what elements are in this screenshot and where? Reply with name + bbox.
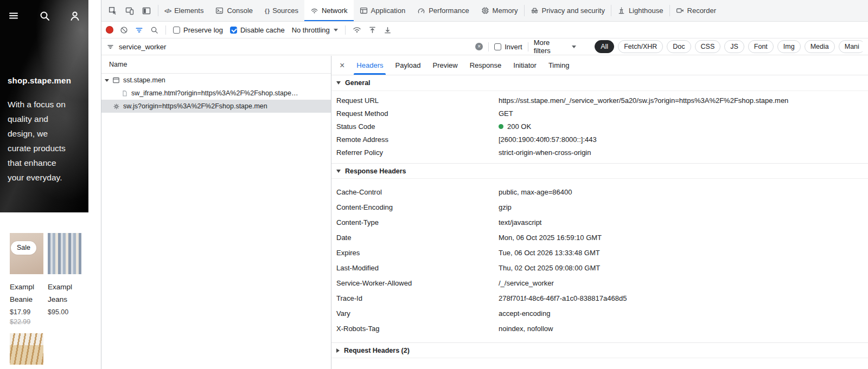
chip-fetch-xhr[interactable]: Fetch/XHR — [618, 40, 663, 53]
tab-elements[interactable]: </> Elements — [158, 0, 209, 21]
devtools-tab-bar: </> Elements Console { } Sources Network — [101, 0, 868, 22]
product-image[interactable] — [10, 333, 43, 365]
expand-arrow-icon[interactable] — [105, 79, 109, 82]
collapse-arrow-icon — [336, 170, 341, 173]
response-headers-section: Cache-Control public, max-age=86400 Cont… — [331, 179, 868, 342]
site-header — [8, 10, 81, 22]
preserve-log-checkbox[interactable]: Preserve log — [173, 26, 223, 34]
site-hero: shop.stape.men With a focus on quality a… — [0, 0, 88, 212]
search-icon[interactable] — [39, 10, 50, 22]
header-row: Status Code 200 OK — [331, 120, 868, 133]
header-value: gzip — [499, 203, 512, 211]
checkbox-label: Invert — [505, 43, 522, 51]
chip-css[interactable]: CSS — [695, 40, 721, 53]
tab-lighthouse[interactable]: Lighthouse — [611, 0, 669, 21]
header-name: Trace-Id — [336, 294, 499, 302]
disable-cache-checkbox[interactable]: Disable cache — [230, 26, 285, 34]
menu-icon[interactable] — [8, 10, 20, 22]
header-name: X-Robots-Tag — [336, 325, 499, 333]
checkbox-box[interactable] — [230, 27, 237, 34]
header-row: Remote Address [2600:1900:40f0:57:8000::… — [331, 133, 868, 146]
tab-privacy-and-security[interactable]: Privacy and security — [525, 0, 611, 21]
chip-img[interactable]: Img — [777, 40, 801, 53]
response-headers-section-header[interactable]: Response Headers — [331, 163, 868, 179]
device-toolbar-icon[interactable] — [125, 7, 134, 15]
header-name: Request URL — [336, 96, 499, 105]
header-name: Vary — [336, 309, 499, 318]
filter-input-wrap[interactable]: × — [107, 43, 483, 51]
tab-application[interactable]: Application — [354, 0, 412, 21]
dock-side-icon[interactable] — [142, 7, 151, 15]
export-har-icon[interactable] — [384, 26, 392, 34]
product-image[interactable] — [48, 233, 81, 274]
headers-body: General Request URL https://sst.stape.me… — [331, 75, 868, 369]
header-value: Tue, 06 Oct 2026 13:33:48 GMT — [499, 249, 600, 257]
header-name: Expires — [336, 249, 499, 257]
inspect-element-icon[interactable] — [108, 7, 117, 15]
chip-doc[interactable]: Doc — [667, 40, 691, 53]
checkbox-label: Disable cache — [240, 26, 285, 34]
console-icon — [215, 7, 224, 15]
tab-preview[interactable]: Preview — [426, 56, 463, 75]
network-main: Name sst.stape.men sw_iframe.html?origin… — [101, 56, 868, 369]
request-headers-section-header[interactable]: Request Headers (2) — [331, 342, 868, 358]
tab-initiator[interactable]: Initiator — [507, 56, 542, 75]
product-card[interactable]: Exampl Jeans $95.00 — [48, 233, 81, 326]
product-title[interactable]: Exampl Jeans — [48, 281, 81, 306]
request-row-frame[interactable]: sst.stape.men — [101, 74, 331, 87]
request-row-sw-js[interactable]: sw.js?origin=https%3A%2F%2Fshop.stape.me… — [101, 100, 331, 113]
sale-badge: Sale — [11, 241, 36, 255]
tab-console[interactable]: Console — [209, 0, 259, 21]
name-column-header[interactable]: Name — [101, 56, 331, 74]
product-image[interactable]: Sale — [10, 233, 43, 274]
header-value: text/javascript — [499, 218, 541, 226]
chip-all[interactable]: All — [595, 40, 614, 53]
invert-filter-checkbox[interactable]: Invert — [494, 43, 522, 51]
checkbox-label: Preserve log — [183, 26, 223, 34]
chevron-down-icon — [572, 46, 576, 48]
checkbox-box[interactable] — [173, 27, 180, 34]
product-card[interactable]: Sale Exampl Beanie $17.99 $22.99 — [10, 233, 43, 326]
chip-manifest[interactable]: Mani — [839, 40, 863, 53]
search-network-icon[interactable] — [150, 26, 158, 34]
request-row-iframe[interactable]: sw_iframe.html?origin=https%3A%2F%2Fshop… — [101, 87, 331, 100]
account-icon[interactable] — [69, 10, 81, 22]
tab-memory[interactable]: Memory — [475, 0, 524, 21]
general-section-header[interactable]: General — [331, 75, 868, 91]
checkbox-box[interactable] — [494, 43, 501, 50]
tab-timing[interactable]: Timing — [542, 56, 576, 75]
network-filter-input[interactable] — [119, 43, 470, 51]
tab-response[interactable]: Response — [464, 56, 508, 75]
clear-filter-icon[interactable]: × — [475, 43, 483, 50]
tab-performance[interactable]: Performance — [411, 0, 475, 21]
tab-network[interactable]: Network — [304, 0, 354, 21]
site-brand[interactable]: shop.stape.men — [8, 76, 81, 85]
product-compare-price: $22.99 — [10, 318, 43, 326]
network-conditions-icon[interactable] — [353, 25, 361, 34]
clear-network-log-icon[interactable] — [120, 26, 128, 34]
header-name: Last-Modified — [336, 264, 499, 272]
tab-headers[interactable]: Headers — [350, 56, 389, 75]
header-name: Content-Encoding — [336, 203, 499, 211]
chip-media[interactable]: Media — [805, 40, 835, 53]
chip-js[interactable]: JS — [724, 40, 744, 53]
record-button[interactable] — [106, 27, 113, 33]
filter-toggle-icon[interactable] — [135, 26, 143, 34]
product-title[interactable]: Exampl Beanie — [10, 281, 43, 306]
header-value: public, max-age=86400 — [499, 188, 572, 196]
header-row: X-Robots-Tag noindex, nofollow — [331, 321, 868, 336]
tab-payload[interactable]: Payload — [389, 56, 426, 75]
privacy-icon — [531, 7, 539, 15]
tab-recorder[interactable]: Recorder — [670, 0, 722, 21]
sources-icon: { } — [265, 8, 269, 14]
tab-sources[interactable]: { } Sources — [259, 0, 304, 21]
import-har-icon[interactable] — [368, 26, 376, 34]
more-filters-dropdown[interactable]: More filters — [534, 38, 577, 55]
close-icon[interactable]: × — [334, 61, 350, 70]
status-green-dot-icon — [499, 124, 503, 129]
chip-font[interactable]: Font — [748, 40, 774, 53]
header-row: Trace-Id 278f701f-48c6-46f7-a1c0-838817a… — [331, 290, 868, 306]
header-value: strict-origin-when-cross-origin — [499, 148, 591, 157]
throttling-select[interactable]: No throttling — [292, 26, 338, 34]
header-value: /_/service_worker — [499, 279, 554, 287]
